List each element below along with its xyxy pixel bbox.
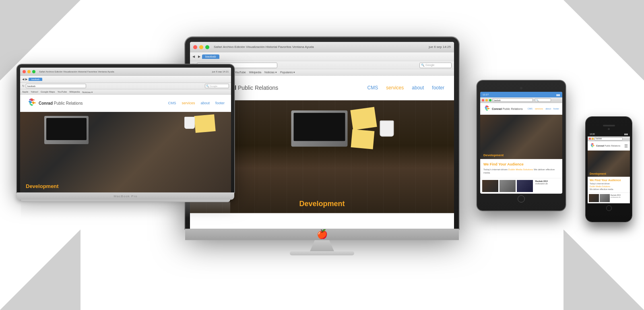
iphone-subtext-link[interactable]: Dublin Media Solutions: [590, 185, 628, 188]
search-input[interactable]: 🔍 Google: [419, 62, 452, 68]
ipad-site-hero: Development: [480, 115, 562, 159]
macbook-screen-bezel: Safari Archivo Edición Visualización His…: [17, 64, 234, 192]
macbook-bookmark-wikipedia[interactable]: Wikipedia: [69, 91, 80, 93]
macbook-reflection: [21, 202, 230, 218]
laptop-screen: [294, 113, 345, 141]
ipad-close-icon[interactable]: [482, 99, 484, 101]
iphone-home-button[interactable]: [606, 205, 612, 211]
nav-footer-link[interactable]: footer: [432, 85, 444, 91]
macbook-search-input[interactable]: 🔍 Google: [205, 84, 229, 88]
bookmark-populares[interactable]: Populares ▾: [280, 71, 295, 74]
macbook-nav-cms[interactable]: CMS: [168, 101, 176, 105]
close-button-icon[interactable]: [193, 45, 197, 49]
imac-apple-logo: 🍎: [185, 229, 459, 240]
macbook-clock: jue 6 sep 14:21: [212, 70, 229, 73]
iphone-time: 14:00: [590, 133, 595, 135]
ipad-home-button[interactable]: [518, 195, 525, 203]
ipad-logo-icon: [483, 105, 491, 112]
macbook-logo-text: Conrad Public Relations: [39, 101, 83, 105]
macbook-nav-services[interactable]: services: [182, 101, 195, 105]
imac-tab-bar: ◀ ▶ baobab: [190, 52, 454, 61]
iphone-screen: 14:00 ▮▮▮ baobab: [588, 132, 630, 203]
nav-services-link[interactable]: services: [386, 85, 404, 91]
macbook-base: MacBook Pro: [17, 192, 234, 200]
macbook-bookmark-youtube[interactable]: YouTube: [58, 91, 67, 93]
macbook-back-icon[interactable]: ◀: [22, 78, 24, 81]
ipad-device: 12:27 ▮▮▮ baobab 🔍: [477, 81, 566, 211]
corner-decoration-tr: [564, 0, 644, 81]
macbook-fullscreen-icon[interactable]: [32, 70, 35, 73]
macbook-nav-links: CMS services about footer: [168, 101, 225, 105]
iphone-bezel: 14:00 ▮▮▮ baobab: [586, 117, 632, 222]
scene: Safari Archivo Edición Visualización His…: [0, 0, 644, 310]
browser-tab[interactable]: baobab: [202, 54, 219, 59]
iphone-logo-icon: [590, 143, 595, 149]
macbook-logo-icon: [27, 98, 37, 108]
macbook-browser-window: Safari Archivo Edición Visualización His…: [20, 68, 231, 192]
paper-note-2: [351, 129, 375, 149]
minimize-button-icon[interactable]: [199, 45, 203, 49]
macbook-paper-note: [194, 114, 215, 133]
ipad-search-input[interactable]: 🔍: [535, 98, 551, 102]
macbook-tab[interactable]: baobab: [29, 78, 42, 81]
bookmark-noticias[interactable]: Noticias ▾: [264, 71, 277, 74]
macbook-bookmark-yahoo[interactable]: Yahoo!: [31, 91, 38, 93]
iphone-subtext: Today's internet-driven: [590, 182, 628, 185]
nav-back-icon[interactable]: ◀: [192, 55, 195, 58]
hero-desk-items: [291, 108, 394, 148]
iphone-browser-bar: baobab: [588, 136, 630, 141]
macbook-coffee-cup: [184, 117, 195, 129]
iphone-thumbnail-strip: Baobab 2013 ersfwasion.de: [588, 192, 630, 203]
ipad-expand-icon[interactable]: [489, 99, 491, 101]
ipad-nav-footer[interactable]: footer: [553, 107, 559, 110]
macbook-bookmark-apple[interactable]: Apple: [22, 91, 28, 93]
iphone-minimize-icon[interactable]: [592, 138, 594, 140]
iphone-close-icon[interactable]: [589, 138, 591, 140]
imac-stand: [310, 240, 334, 251]
ipad-subtext: Today's internet-driven Dublin Media Sol…: [483, 168, 559, 175]
macbook-forward-icon[interactable]: ▶: [25, 78, 27, 81]
desk-papers: [352, 108, 376, 148]
ipad-logo-text: Conrad Public Relations: [492, 107, 523, 110]
ipad-nav-about[interactable]: about: [545, 107, 551, 110]
iphone-heading: We Find Your Audience: [590, 179, 628, 182]
macbook-nav-about[interactable]: about: [200, 101, 210, 105]
imac-menu-bar: Safari Archivo Edición Visualización His…: [190, 42, 454, 52]
macbook-reload-icon[interactable]: ↻: [22, 85, 25, 88]
nav-forward-icon[interactable]: ▶: [198, 55, 200, 58]
macbook-nav-footer[interactable]: footer: [215, 101, 225, 105]
bookmark-wikipedia[interactable]: Wikipedia: [249, 71, 261, 74]
macbook-hero-bg: [20, 112, 231, 192]
iphone-speaker-icon: [603, 125, 615, 126]
macbook-bookmark-noticias[interactable]: Noticias ▾: [82, 91, 93, 93]
iphone-camera-icon: [608, 128, 610, 130]
ipad-text-section: We Find Your Audience Today's internet-d…: [480, 159, 562, 178]
fullscreen-button-icon[interactable]: [205, 45, 209, 49]
macbook-minimize-icon[interactable]: [27, 70, 31, 73]
ipad-subtext-link[interactable]: Dublin Media Solutions: [508, 168, 533, 171]
iphone-menu-icon[interactable]: ☰: [624, 144, 628, 148]
ipad-camera-area: [480, 87, 562, 89]
nav-cms-link[interactable]: CMS: [367, 85, 378, 91]
macbook-close-icon[interactable]: [23, 70, 26, 73]
ipad-battery: ▮▮▮: [556, 93, 560, 96]
macbook-menu-bar: Safari Archivo Edición Visualización His…: [20, 68, 231, 76]
macbook-address-input[interactable]: baobab: [26, 84, 86, 88]
macbook-base-label: MacBook Pro: [114, 194, 137, 198]
iphone-hero-label: Development: [590, 172, 606, 175]
ipad-thumb-2: [500, 180, 516, 192]
macbook-tab-bar: ◀ ▶ baobab: [20, 76, 231, 83]
ipad-status-bar: 12:27 ▮▮▮: [480, 92, 562, 97]
ipad-minimize-icon[interactable]: [485, 99, 488, 101]
ipad-address-input[interactable]: baobab: [493, 98, 533, 102]
ipad-nav-links: CMS services about footer: [528, 107, 559, 110]
macbook-bookmark-googlemaps[interactable]: Google Maps: [41, 91, 55, 93]
corner-decoration-br: [564, 229, 644, 310]
ipad-nav-cms[interactable]: CMS: [528, 107, 533, 110]
ipad-camera-icon: [520, 87, 522, 89]
nav-about-link[interactable]: about: [412, 85, 424, 91]
iphone-address-input[interactable]: baobab: [594, 137, 623, 141]
ipad-nav-services[interactable]: services: [535, 107, 543, 110]
hero-development-label: Development: [299, 200, 345, 208]
bookmark-youtube[interactable]: YouTube: [235, 71, 246, 74]
